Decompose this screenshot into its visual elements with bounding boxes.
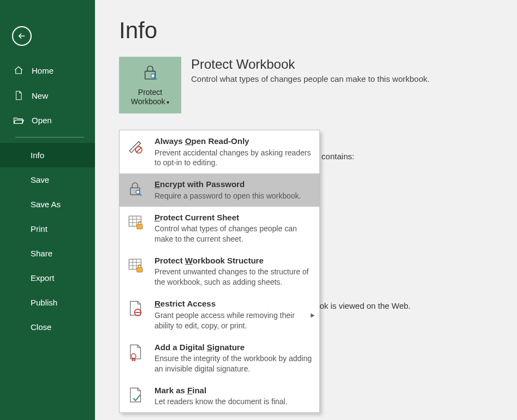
dropdown-caret-icon: ▾ bbox=[165, 99, 170, 105]
nav-label: Close bbox=[31, 322, 51, 332]
back-button[interactable] bbox=[12, 26, 32, 46]
menu-title: Encrypt with Password bbox=[154, 179, 312, 190]
document-icon bbox=[13, 91, 24, 100]
svg-rect-8 bbox=[137, 267, 142, 272]
sheet-lock-icon bbox=[126, 212, 146, 244]
svg-rect-6 bbox=[137, 224, 142, 229]
backstage-sidebar: Home New Open Info Save Save As Print Sh… bbox=[0, 0, 95, 420]
nav-label: Save As bbox=[31, 200, 61, 209]
nav-label: Publish bbox=[31, 298, 57, 307]
nav-publish[interactable]: Publish bbox=[0, 290, 95, 315]
document-restrict-icon bbox=[126, 298, 146, 331]
nav-open[interactable]: Open bbox=[0, 108, 95, 133]
protect-section-text: Protect Workbook Control what types of c… bbox=[191, 57, 430, 113]
menu-encrypt-with-password[interactable]: Encrypt with Password Require a password… bbox=[120, 173, 319, 206]
svg-point-10 bbox=[132, 353, 136, 358]
nav-label: Print bbox=[31, 224, 47, 233]
protect-workbook-dropdown: Always Open Read-Only Prevent accidental… bbox=[119, 130, 320, 413]
protect-section: Protect Workbook ▾ Protect Workbook Cont… bbox=[119, 57, 517, 113]
nav-save[interactable]: Save bbox=[0, 167, 95, 192]
nav-export[interactable]: Export bbox=[0, 266, 95, 290]
menu-description: Ensure the integrity of the workbook by … bbox=[154, 353, 312, 374]
nav-primary: Home New Open bbox=[0, 58, 95, 133]
nav-divider bbox=[15, 137, 84, 137]
lock-key-icon bbox=[141, 63, 159, 85]
nav-save-as[interactable]: Save As bbox=[0, 192, 95, 217]
nav-label: New bbox=[32, 91, 48, 100]
nav-print[interactable]: Print bbox=[0, 217, 95, 241]
nav-label: Share bbox=[31, 249, 52, 258]
menu-title: Add a Digital Signature bbox=[154, 342, 312, 353]
nav-label: Info bbox=[31, 151, 44, 160]
menu-title: Restrict Access bbox=[154, 298, 312, 309]
nav-info[interactable]: Info bbox=[0, 143, 95, 167]
lock-key-icon bbox=[126, 179, 146, 201]
menu-description: Let readers know the document is final. bbox=[154, 397, 312, 407]
menu-mark-as-final[interactable]: Mark as Final Let readers know the docum… bbox=[120, 380, 319, 412]
menu-title: Protect Current Sheet bbox=[154, 212, 312, 223]
svg-point-1 bbox=[151, 74, 155, 78]
protect-workbook-button[interactable]: Protect Workbook ▾ bbox=[119, 57, 181, 113]
nav-new[interactable]: New bbox=[0, 83, 95, 108]
pencil-prohibited-icon bbox=[126, 136, 146, 168]
nav-close[interactable]: Close bbox=[0, 315, 95, 339]
section-heading: Protect Workbook bbox=[191, 57, 430, 72]
submenu-arrow-icon: ▶ bbox=[311, 311, 315, 317]
document-ribbon-icon bbox=[126, 342, 146, 374]
menu-description: Prevent accidental changes by asking rea… bbox=[154, 148, 312, 169]
nav-label: Open bbox=[32, 116, 52, 125]
document-check-icon bbox=[126, 385, 146, 407]
nav-label: Export bbox=[31, 273, 54, 283]
menu-title: Always Open Read-Only bbox=[154, 136, 312, 147]
nav-secondary: Info Save Save As Print Share Export Pub… bbox=[0, 143, 95, 339]
nav-share[interactable]: Share bbox=[0, 241, 95, 266]
menu-restrict-access[interactable]: Restrict Access Grant people access whil… bbox=[120, 293, 319, 336]
nav-home[interactable]: Home bbox=[0, 58, 95, 83]
home-icon bbox=[13, 65, 24, 75]
workbook-lock-icon bbox=[126, 255, 146, 287]
menu-protect-current-sheet[interactable]: Protect Current Sheet Control what types… bbox=[120, 207, 319, 250]
menu-add-digital-signature[interactable]: Add a Digital Signature Ensure the integ… bbox=[120, 337, 319, 380]
menu-description: Grant people access while removing their… bbox=[154, 310, 312, 331]
menu-title: Mark as Final bbox=[154, 385, 312, 396]
nav-label: Save bbox=[31, 175, 49, 184]
menu-title: Protect Workbook Structure bbox=[154, 255, 312, 266]
menu-description: Require a password to open this workbook… bbox=[154, 191, 312, 201]
menu-description: Control what types of changes people can… bbox=[154, 224, 312, 244]
menu-description: Prevent unwanted changes to the structur… bbox=[154, 267, 312, 287]
arrow-left-icon bbox=[17, 31, 27, 41]
button-label-line2: Workbook bbox=[131, 97, 165, 106]
svg-point-4 bbox=[136, 190, 140, 194]
menu-protect-workbook-structure[interactable]: Protect Workbook Structure Prevent unwan… bbox=[120, 250, 319, 293]
folder-open-icon bbox=[13, 116, 24, 125]
page-title: Info bbox=[119, 17, 517, 44]
nav-label: Home bbox=[32, 66, 54, 75]
button-label-line1: Protect bbox=[138, 88, 162, 98]
section-description: Control what types of changes people can… bbox=[191, 74, 430, 83]
menu-always-open-read-only[interactable]: Always Open Read-Only Prevent accidental… bbox=[120, 130, 319, 173]
